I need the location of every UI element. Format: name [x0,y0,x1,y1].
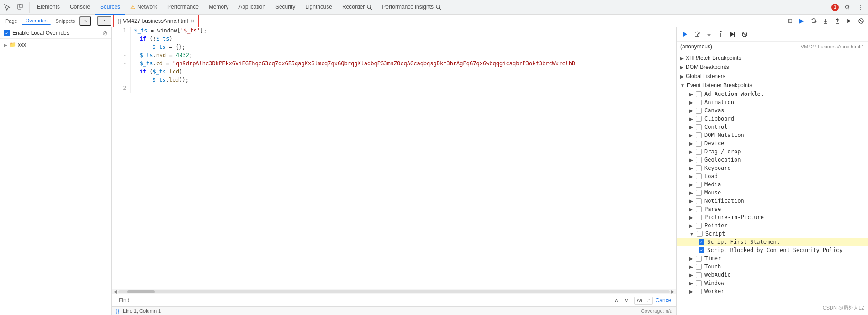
media-checkbox[interactable] [696,182,702,188]
clipboard-checkbox[interactable] [696,116,702,122]
gear-button[interactable]: ⚙ [842,2,852,13]
mouse-checkbox[interactable] [696,190,702,196]
dom-breakpoints-header[interactable]: ▶ DOM Breakpoints [677,63,868,72]
bp-timer[interactable]: ▶ Timer [677,254,868,262]
control-checkbox[interactable] [696,124,702,130]
dock-button[interactable]: ⊞ [785,16,795,26]
tab-network[interactable]: ⚠ Network [126,0,162,15]
panel-menu-button[interactable]: ⋮ [97,16,111,26]
bp-drag-drop[interactable]: ▶ Drag / drop [677,147,868,156]
tab-sources[interactable]: Sources [95,0,125,15]
tab-application[interactable]: Application [234,0,270,15]
step-over-next-button[interactable] [692,29,702,39]
global-listeners-header[interactable]: ▶ Global Listeners [677,72,868,81]
tab-memory[interactable]: Memory [204,0,233,15]
script-blocked-csp-checkbox[interactable]: ✓ [699,247,704,253]
tab-performance-insights[interactable]: Performance insights [377,0,445,15]
inspect-icon[interactable] [2,2,13,13]
bp-webaudio[interactable]: ▶ WebAudio [677,271,868,279]
tab-lighthouse[interactable]: Lighthouse [301,0,337,15]
bp-dom-mutation[interactable]: ▶ DOM Mutation [677,131,868,139]
horizontal-scrollbar[interactable]: ◀ ▶ [112,289,676,294]
panel-tab-overrides[interactable]: Overrides [22,17,51,25]
bp-pip[interactable]: ▶ Picture-in-Picture [677,213,868,221]
dom-mut-checkbox[interactable] [696,132,702,138]
step-out-button[interactable] [832,16,842,26]
clear-overrides-button[interactable]: ⊘ [102,29,108,37]
pretty-print-icon[interactable]: {} [116,308,119,314]
deactivate-breakpoints-button[interactable] [856,16,866,26]
xhr-fetch-header[interactable]: ▶ XHR/fetch Breakpoints [677,53,868,63]
scroll-right-icon[interactable]: ▶ [670,289,675,294]
drag-checkbox[interactable] [696,149,702,155]
worker-checkbox[interactable] [696,289,702,294]
match-case-button[interactable]: Aa [635,298,644,304]
bp-touch[interactable]: ▶ Touch [677,262,868,271]
bp-device[interactable]: ▶ Device [677,139,868,147]
ad-auction-checkbox[interactable] [696,91,702,97]
bp-control[interactable]: ▶ Control [677,123,868,131]
device-icon[interactable] [15,2,26,13]
bp-worker[interactable]: ▶ Worker [677,287,868,295]
tab-elements[interactable]: Elements [32,0,64,15]
tab-performance[interactable]: Performance [163,0,203,15]
bp-pointer[interactable]: ▶ Pointer [677,221,868,230]
step-button-right[interactable] [728,29,738,39]
bp-script-first-statement[interactable]: ✓ Script First Statement [677,238,868,246]
panel-tab-page[interactable]: Page [2,17,21,25]
resume-button[interactable]: ▶ [797,16,807,26]
geo-checkbox[interactable] [696,157,702,163]
bp-window[interactable]: ▶ Window [677,279,868,287]
more-button[interactable]: ⋮ [855,2,866,13]
touch-checkbox[interactable] [696,264,702,270]
step-button[interactable] [844,16,854,26]
deactivate-breakpoints-right[interactable] [740,29,750,39]
close-tab-icon[interactable]: × [191,18,194,24]
step-out-current-button[interactable] [716,29,726,39]
script-first-stmt-checkbox[interactable]: ✓ [699,239,704,245]
more-panel-tabs[interactable]: » [79,16,91,26]
bp-keyboard[interactable]: ▶ Keyboard [677,164,868,172]
find-input[interactable] [116,296,609,305]
step-into-next-button[interactable] [704,29,714,39]
keyboard-checkbox[interactable] [696,165,702,171]
code-scroll[interactable]: 1 $_ts = window['$_ts']; - if (!$_ts) - … [112,27,676,289]
step-over-button[interactable] [809,16,819,26]
tree-item-xxx[interactable]: ▶ 📁 xxx [0,41,111,49]
open-file-tab[interactable]: {} VM427 businessAnnc.html × [113,15,198,27]
tab-security[interactable]: Security [271,0,300,15]
notif-checkbox[interactable] [696,198,702,204]
enable-local-overrides-label[interactable]: ✓ Enable Local Overrides [4,30,69,36]
scroll-left-icon[interactable]: ◀ [113,289,118,294]
bp-script-blocked-csp[interactable]: ✓ Script Blocked by Content Security Pol… [677,246,868,254]
canvas-checkbox[interactable] [696,108,702,114]
enable-local-overrides-checkbox[interactable]: ✓ [4,30,10,36]
parse-checkbox[interactable] [696,206,702,212]
script-checkbox[interactable] [697,231,703,237]
bp-geolocation[interactable]: ▶ Geolocation [677,156,868,164]
bp-canvas[interactable]: ▶ Canvas [677,106,868,115]
find-cancel-button[interactable]: Cancel [656,297,672,304]
timer-checkbox[interactable] [696,256,702,262]
step-into-button[interactable] [820,16,831,26]
tab-console[interactable]: Console [65,0,95,15]
resume-script-button[interactable] [680,29,690,39]
bp-ad-auction[interactable]: ▶ Ad Auction Worklet [677,90,868,98]
tab-recorder[interactable]: Recorder [338,0,376,15]
bp-mouse[interactable]: ▶ Mouse [677,189,868,197]
find-next-button[interactable]: ∨ [622,296,631,305]
event-listener-header[interactable]: ▼ Event Listener Breakpoints [677,81,868,90]
bp-parse[interactable]: ▶ Parse [677,205,868,213]
window-checkbox[interactable] [696,280,702,286]
bp-animation[interactable]: ▶ Animation [677,98,868,106]
regex-button[interactable]: .* [645,298,652,304]
bp-media[interactable]: ▶ Media [677,180,868,189]
animation-checkbox[interactable] [696,100,702,105]
panel-tab-snippets[interactable]: Snippets [52,17,79,25]
find-prev-button[interactable]: ∧ [612,296,621,305]
pointer-checkbox[interactable] [696,223,702,229]
load-checkbox[interactable] [696,173,702,179]
bp-script-header[interactable]: ▼ Script [677,230,868,238]
device-checkbox[interactable] [696,141,702,147]
pip-checkbox[interactable] [696,215,702,220]
